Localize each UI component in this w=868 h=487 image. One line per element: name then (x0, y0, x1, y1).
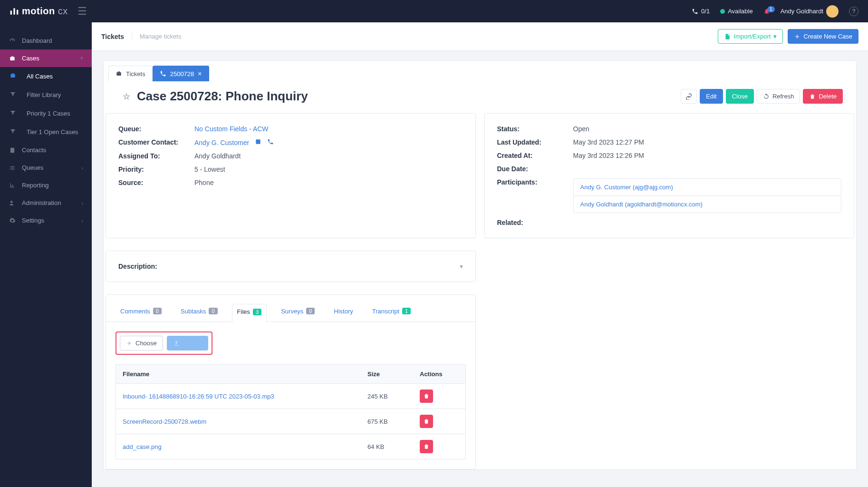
edit-button[interactable]: Edit (700, 89, 723, 104)
file-link[interactable]: Inbound- 16148868910-16:26:59 UTC 2023-0… (123, 393, 274, 400)
sidebar-item-dashboard[interactable]: Dashboard (0, 32, 92, 49)
tab-label: Transcript (372, 308, 399, 315)
tab-history[interactable]: History (329, 303, 357, 321)
assigned-key: Assigned To: (118, 152, 194, 160)
tab-files[interactable]: Files3 (232, 304, 267, 322)
upload-file-button[interactable]: Upload (167, 336, 208, 351)
count-badge: 0 (209, 308, 217, 314)
file-link[interactable]: ScreenRecord-2500728.webm (123, 418, 206, 425)
call-out-icon[interactable] (267, 139, 274, 146)
description-label: Description: (118, 263, 157, 270)
create-case-button[interactable]: Create New Case (788, 29, 858, 44)
participants-key: Participants: (497, 178, 573, 213)
user-menu[interactable]: Andy Goldhardt (781, 5, 839, 18)
import-export-button[interactable]: Import/Export ▾ (718, 29, 783, 44)
created-key: Created At: (497, 152, 573, 159)
file-size: 675 KB (361, 409, 413, 434)
trash-icon (423, 393, 430, 399)
delete-file-button[interactable] (420, 390, 433, 403)
chevron-down-icon: ▾ (80, 55, 83, 61)
refresh-button[interactable]: Refresh (757, 89, 800, 104)
tab-case-number: 2500728 (170, 70, 194, 78)
sidebar-item-label: Filter Library (27, 91, 61, 98)
trash-icon (423, 443, 430, 450)
participant-row[interactable]: Andy G. Customer (ajg@ajg.com) (574, 179, 841, 196)
phone-icon (160, 70, 166, 77)
tab-subtasks[interactable]: Subtasks0 (176, 303, 222, 321)
create-case-label: Create New Case (803, 33, 852, 40)
delete-file-button[interactable] (420, 440, 433, 453)
delete-file-button[interactable] (420, 415, 433, 428)
star-icon[interactable]: ☆ (123, 91, 130, 102)
due-value (573, 165, 842, 173)
logo-mark-icon (10, 7, 19, 16)
sidebar-item-settings[interactable]: Settings › (0, 212, 92, 229)
file-icon (724, 33, 731, 40)
close-icon[interactable]: × (198, 70, 202, 78)
svg-rect-3 (10, 147, 14, 153)
upload-controls-highlight: Choose Upload (116, 331, 212, 355)
menu-toggle-icon[interactable]: ☰ (77, 5, 87, 18)
contact-key: Customer Contact: (118, 138, 194, 146)
tab-tickets[interactable]: Tickets (108, 66, 153, 81)
tab-transcript[interactable]: Transcript1 (367, 303, 415, 321)
plus-icon (126, 340, 133, 347)
delete-label: Delete (819, 93, 837, 100)
file-link[interactable]: add_case.png (123, 443, 162, 450)
avatar (826, 5, 839, 18)
sidebar-item-label: Queues (22, 164, 44, 171)
tab-label: Subtasks (181, 308, 206, 315)
sidebar-item-all-cases[interactable]: All Cases (0, 67, 92, 86)
briefcase-icon (116, 70, 122, 77)
call-counter[interactable]: 0/1 (692, 8, 710, 15)
filter-icon (10, 91, 17, 99)
agent-status-label: Available (728, 8, 753, 15)
tab-tickets-label: Tickets (126, 70, 145, 78)
sidebar-item-label: Reporting (22, 182, 48, 189)
chevron-right-icon: › (81, 165, 83, 171)
sidebar-item-tier1[interactable]: Tier 1 Open Cases (0, 123, 92, 141)
sidebar-item-contacts[interactable]: Contacts (0, 141, 92, 159)
th-filename: Filename (116, 365, 361, 384)
link-icon (685, 93, 692, 100)
chevron-down-icon[interactable]: ▾ (460, 263, 463, 270)
sidebar-item-administration[interactable]: Administration › (0, 194, 92, 212)
agent-status[interactable]: Available (720, 8, 753, 15)
queue-link[interactable]: No Custom Fields - ACW (194, 125, 269, 133)
tab-case[interactable]: 2500728 × (153, 66, 209, 81)
help-button[interactable]: ? (849, 7, 858, 16)
case-title-row: ☆ Case 2500728: Phone Inquiry (123, 89, 308, 104)
trash-icon (423, 418, 430, 425)
chevron-down-icon: ▾ (773, 33, 777, 40)
tab-label: Files (237, 308, 250, 315)
contact-link[interactable]: Andy G. Customer (194, 139, 249, 146)
sidebar-item-cases[interactable]: Cases ▾ (0, 49, 92, 67)
logo[interactable]: motioncx (10, 6, 68, 17)
delete-button[interactable]: Delete (803, 89, 843, 104)
count-badge: 0 (153, 308, 162, 314)
contact-card-icon[interactable] (255, 139, 261, 146)
related-value (573, 219, 842, 226)
description-card[interactable]: Description: ▾ (106, 251, 476, 282)
sidebar-item-reporting[interactable]: Reporting (0, 176, 92, 194)
notifications-count: 1 (767, 6, 775, 12)
count-badge: 0 (306, 308, 315, 314)
sidebar-item-filter-library[interactable]: Filter Library (0, 86, 92, 104)
priority-key: Priority: (118, 166, 194, 173)
chevron-right-icon: › (81, 218, 83, 224)
sidebar-item-label: Contacts (22, 146, 46, 154)
participant-row[interactable]: Andy Goldhardt (agoldhardt@motioncx.com) (574, 196, 841, 213)
gauge-icon (9, 38, 16, 44)
sidebar-item-priority1[interactable]: Priority 1 Cases (0, 104, 92, 123)
username-label: Andy Goldhardt (781, 8, 823, 15)
filter-icon (10, 109, 17, 117)
notifications-button[interactable]: 1 (763, 8, 770, 15)
tab-surveys[interactable]: Surveys0 (276, 303, 319, 321)
close-button[interactable]: Close (726, 89, 754, 104)
choose-file-button[interactable]: Choose (120, 336, 163, 351)
tab-comments[interactable]: Comments0 (116, 303, 166, 321)
assigned-value: Andy Goldhardt (194, 152, 463, 160)
sidebar-item-queues[interactable]: Queues › (0, 159, 92, 176)
link-button[interactable] (681, 89, 697, 104)
chart-icon (9, 182, 16, 189)
